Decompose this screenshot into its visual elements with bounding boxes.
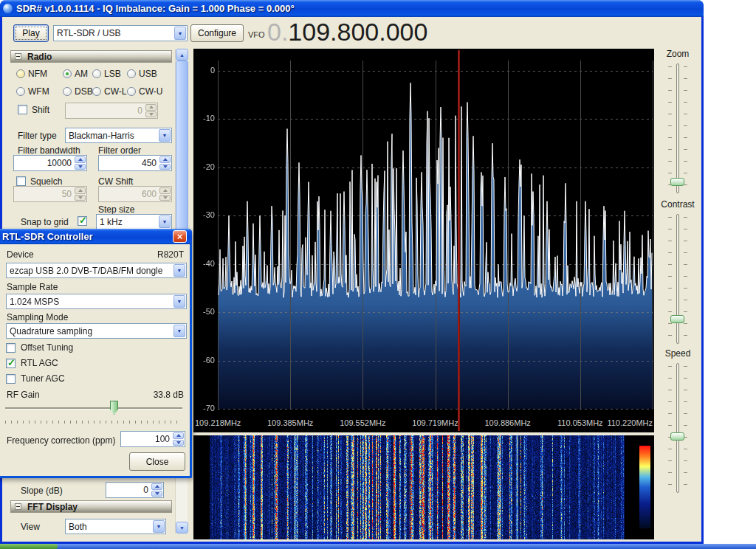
squelch-value: 50 (62, 189, 72, 199)
spin-up-icon[interactable] (145, 104, 157, 111)
start-button[interactable] (0, 544, 58, 549)
scroll-up-icon[interactable]: ▲ (176, 49, 188, 61)
radio-group-header[interactable]: Radio (10, 50, 172, 63)
spectrum-display[interactable]: 0-10-20-30-40-50-60-70 109.218MHz109.385… (193, 49, 654, 432)
radio-button-icon[interactable] (63, 87, 72, 96)
rf-gain-slider-thumb[interactable] (110, 401, 118, 415)
fft-display-group-header[interactable]: FFT Display (10, 500, 172, 513)
window-titlebar[interactable]: SDR# v1.0.0.1114 - IQ Imbalance: Gain = … (0, 0, 704, 17)
frequency-display[interactable]: 0.109.800.000 (267, 18, 427, 46)
frequency-dim-digits[interactable]: 0. (267, 18, 288, 46)
frequency-digits[interactable]: 109.800.000 (288, 18, 427, 46)
spin-down-icon[interactable] (173, 440, 184, 446)
spin-down-icon[interactable] (145, 111, 157, 118)
shift-checkbox[interactable] (18, 105, 27, 114)
collapse-icon[interactable] (15, 53, 21, 60)
rf-gain-ticks (5, 421, 182, 424)
contrast-slider[interactable] (668, 213, 687, 345)
chevron-down-icon[interactable]: ▼ (159, 215, 171, 228)
filter-type-combo[interactable]: Blackman-Harris ▼ (65, 128, 172, 143)
waterfall-display[interactable] (193, 435, 654, 539)
radio-mode-cw-u[interactable]: CW-U (127, 86, 162, 97)
freq-tick-label: 110.053MHz (557, 418, 603, 427)
radio-button-icon[interactable] (127, 69, 136, 78)
spin-up-icon[interactable] (151, 483, 162, 490)
rf-gain-slider[interactable] (5, 401, 182, 417)
radio-button-icon[interactable] (92, 69, 101, 78)
offset-tuning-checkbox[interactable] (6, 343, 16, 353)
freq-tick-label: 109.385MHz (267, 418, 313, 427)
cw-shift-input[interactable]: 600 (98, 186, 172, 202)
freq-correction-label: Frequency correction (ppm) (7, 435, 115, 446)
radio-button-icon[interactable] (16, 87, 25, 96)
radio-button-icon[interactable] (92, 87, 101, 96)
radio-mode-label: NFM (28, 69, 47, 79)
chevron-down-icon[interactable]: ▼ (173, 325, 185, 337)
device-combo[interactable]: ezcap USB 2.0 DVB-T/DAB/FM dongle ▼ (6, 263, 187, 278)
chevron-down-icon[interactable]: ▼ (159, 129, 171, 142)
tuner-agc-checkbox[interactable] (6, 374, 16, 384)
zoom-slider-thumb[interactable] (670, 178, 684, 186)
squelch-input[interactable]: 50 (13, 186, 87, 202)
contrast-slider-thumb[interactable] (670, 315, 684, 323)
freq-correction-input[interactable]: 100 (120, 431, 185, 447)
scroll-down-icon[interactable]: ▼ (176, 522, 188, 534)
taskbar[interactable] (0, 544, 756, 549)
chevron-down-icon[interactable]: ▼ (173, 264, 185, 277)
sample-rate-combo[interactable]: 1.024 MSPS ▼ (6, 294, 187, 309)
chevron-down-icon[interactable]: ▼ (173, 295, 185, 308)
configure-button[interactable]: Configure (190, 24, 244, 42)
filter-order-input[interactable]: 450 (98, 155, 172, 171)
squelch-checkbox[interactable] (16, 176, 26, 186)
step-size-combo[interactable]: 1 kHz ▼ (96, 214, 172, 229)
radio-button-icon[interactable] (63, 69, 72, 78)
tuning-indicator[interactable] (458, 50, 460, 431)
collapse-icon[interactable] (15, 503, 21, 510)
radio-mode-cw-l[interactable]: CW-L (92, 86, 126, 97)
source-combo-value: RTL-SDR / USB (57, 28, 187, 38)
app-icon (3, 4, 13, 13)
spin-down-icon[interactable] (159, 164, 171, 170)
radio-mode-usb[interactable]: USB (127, 69, 157, 79)
dialog-close-icon[interactable]: × (173, 230, 187, 243)
spin-up-icon[interactable] (159, 156, 171, 163)
radio-mode-lsb[interactable]: LSB (92, 69, 121, 79)
spectrum-canvas[interactable] (193, 49, 654, 415)
zoom-slider[interactable] (668, 62, 687, 195)
radio-mode-dsb[interactable]: DSB (63, 86, 93, 97)
spin-up-icon[interactable] (75, 156, 86, 163)
spin-down-icon[interactable] (151, 491, 162, 497)
chevron-down-icon[interactable]: ▼ (153, 520, 165, 533)
spin-down-icon[interactable] (75, 195, 86, 201)
radio-button-icon[interactable] (16, 69, 25, 78)
dialog-close-button[interactable]: Close (129, 452, 185, 471)
spin-down-icon[interactable] (159, 195, 171, 201)
spin-up-icon[interactable] (173, 432, 184, 439)
radio-mode-wfm[interactable]: WFM (16, 86, 49, 97)
chevron-down-icon[interactable]: ▼ (174, 27, 186, 40)
spin-down-icon[interactable] (75, 164, 86, 170)
snap-to-grid-checkbox[interactable] (78, 216, 87, 226)
sampling-mode-combo[interactable]: Quadrature sampling ▼ (6, 323, 187, 339)
source-combo[interactable]: RTL-SDR / USB ▼ (53, 25, 188, 41)
waterfall-canvas[interactable] (193, 435, 654, 539)
speed-slider-thumb[interactable] (670, 432, 684, 441)
radio-button-icon[interactable] (127, 87, 136, 96)
radio-mode-label: LSB (104, 69, 121, 79)
radio-mode-nfm[interactable]: NFM (16, 69, 47, 79)
speed-slider-label: Speed (656, 348, 700, 359)
checkbox-label: RTL AGC (21, 358, 58, 368)
speed-slider[interactable] (668, 362, 687, 494)
filter-bandwidth-input[interactable]: 10000 (13, 155, 87, 171)
slope-input[interactable]: 0 (106, 482, 164, 498)
play-button[interactable]: Play (13, 24, 49, 42)
spin-up-icon[interactable] (159, 187, 171, 194)
dialog-titlebar[interactable]: RTL-SDR Controller (0, 229, 192, 244)
radio-mode-am[interactable]: AM (63, 69, 88, 79)
view-combo[interactable]: Both ▼ (65, 519, 166, 534)
spin-up-icon[interactable] (75, 187, 86, 194)
shift-input[interactable]: 0 (65, 103, 158, 119)
zoom-slider-label: Zoom (656, 49, 700, 59)
device-type: R820T (157, 249, 184, 260)
rtl-agc-checkbox[interactable] (6, 359, 16, 368)
